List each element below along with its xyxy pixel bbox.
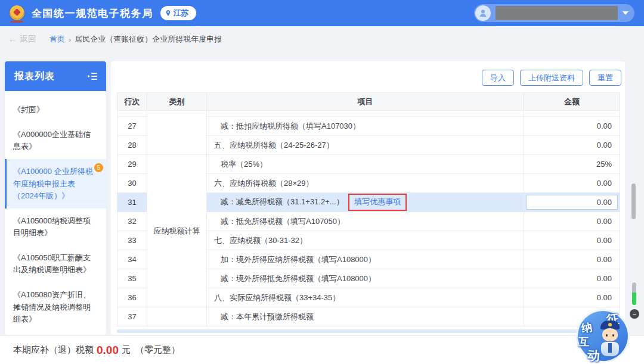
app-title: 全国统一规范电子税务局 [32, 7, 153, 20]
location-pin-icon [165, 10, 171, 16]
item-label: 加：境外所得应纳所得税额（填写A108000） [207, 250, 524, 269]
item-label: 减：减免所得税额（31.1+31.2+...） 填写优惠事项 [207, 193, 524, 212]
line-no: 31 [117, 193, 147, 212]
col-header-item: 项目 [207, 93, 524, 111]
amount-value: 25% [524, 155, 620, 174]
sidebar-item-a100000-active[interactable]: 《A100000 企业所得税年度纳税申报主表（2024年版）》 5 [5, 159, 106, 208]
sidebar-header: 报表列表 [5, 61, 106, 91]
amount-value: 0.00 [524, 250, 620, 269]
top-header: 全国统一规范电子税务局 江苏 [0, 0, 644, 26]
col-header-amount: 金额 [524, 93, 620, 111]
item-label: 七、应纳税额（30-31-32） [207, 231, 524, 250]
item-label: 税率（25%） [207, 155, 524, 174]
breadcrumb: ← 返回 首页 › 居民企业（查账征收）企业所得税年度申报 [8, 33, 222, 45]
col-header-category: 类别 [147, 93, 207, 111]
amount-value: 0.00 [524, 288, 620, 307]
mascot-char: 互 [578, 335, 589, 349]
sidebar-item-a105000[interactable]: 《A105000纳税调整项目明细表》 [5, 209, 106, 245]
user-account-menu[interactable] [474, 4, 634, 22]
sidebar-title: 报表列表 [14, 70, 55, 83]
line-no: 36 [117, 288, 147, 307]
amount-in-words: （零元整） [135, 344, 180, 356]
table-scroll-area: 行次 类别 项目 金额 27 减：抵扣应纳税所得额（填写A107030） 0.0… [117, 92, 620, 329]
amount-value: 0.00 [524, 269, 620, 288]
category-cell-empty [147, 307, 207, 326]
user-avatar-icon [475, 5, 491, 21]
category-cell: 应纳税额计算 [147, 155, 207, 307]
chevron-down-icon[interactable] [623, 11, 628, 15]
redacted-username [496, 6, 618, 20]
sidebar-item-label: 《封面》 [13, 105, 44, 114]
fill-preference-link[interactable]: 填写优惠事项 [354, 197, 401, 206]
line-no: 28 [117, 136, 147, 155]
item-label: 六、应纳所得税额（28×29） [207, 174, 524, 193]
amount-cell [524, 193, 620, 212]
minus-icon[interactable]: − [630, 309, 639, 319]
line-no: 34 [117, 250, 147, 269]
toolbar: 导入 上传附送资料 重置 [482, 70, 621, 86]
table-row: 37 减：本年累计预缴所得税额 [117, 307, 620, 326]
page: 全国统一规范电子税务局 江苏 ← 返回 首页 › 居民企业（查账征收）企业所得税… [0, 0, 644, 364]
sidebar-item-a105050[interactable]: 《A105050职工薪酬支出及纳税调整明细表》 [5, 245, 106, 282]
sidebar-item-cover[interactable]: 《封面》 [5, 97, 106, 122]
line-no: 29 [117, 155, 147, 174]
amount-value: 0.00 [524, 231, 620, 250]
sidebar-item-label: 《A105080资产折旧、摊销情况及纳税调整明细表》 [13, 290, 91, 323]
amount-value: 0.00 [524, 212, 620, 231]
payable-amount: 0.00 [97, 344, 119, 357]
sidebar-item-label: 《A105000纳税调整项目明细表》 [13, 216, 91, 237]
line-no: 35 [117, 269, 147, 288]
line-no: 32 [117, 212, 147, 231]
reset-button[interactable]: 重置 [589, 70, 621, 86]
amount-value: 0.00 [524, 117, 620, 136]
horizontal-scrollbar[interactable] [117, 329, 620, 333]
breadcrumb-current: 居民企业（查账征收）企业所得税年度申报 [75, 34, 222, 45]
amount-value: 0.00 [524, 136, 620, 155]
sidebar-item-a105080[interactable]: 《A105080资产折旧、摊销情况及纳税调整明细表》 [5, 282, 106, 331]
upload-attachments-button[interactable]: 上传附送资料 [520, 70, 583, 86]
line-no: 37 [117, 307, 147, 326]
collapse-panel-icon[interactable] [87, 72, 98, 80]
sidebar-item-label: 《A100000 企业所得税年度纳税申报主表（2024年版）》 [13, 167, 93, 200]
national-emblem-logo [10, 5, 26, 21]
breadcrumb-home-link[interactable]: 首页 [49, 34, 65, 45]
report-list-sidebar: 报表列表 《封面》 《A000000企业基础信息表》 《A100000 企业所得… [5, 61, 106, 335]
error-count-badge: 5 [94, 163, 103, 172]
mascot-char: 纳 [580, 320, 593, 336]
item-label: 减：抵免所得税额（填写A107050） [207, 212, 524, 231]
item-label: 减：境外所得抵免所得税额（填写A108000） [207, 269, 524, 288]
partially-scrolled-row [117, 111, 620, 117]
sidebar-item-label: 《A000000企业基础信息表》 [13, 130, 91, 151]
unit-label: 元 [122, 344, 131, 356]
item-label: 减：抵扣应纳税所得额（填写A107030） [207, 117, 524, 136]
breadcrumb-separator: › [69, 35, 71, 44]
location-badge-label: 江苏 [174, 8, 189, 18]
sidebar-list: 《封面》 《A000000企业基础信息表》 《A100000 企业所得税年度纳税… [5, 91, 106, 335]
mascot-widget[interactable]: 征 纳 互 动 [576, 309, 630, 363]
amount-input[interactable] [526, 195, 618, 210]
line-no: 30 [117, 174, 147, 193]
progress-meter [632, 282, 636, 305]
tax-return-table: 行次 类别 项目 金额 27 减：抵扣应纳税所得额（填写A107030） 0.0… [117, 92, 620, 326]
item-label: 八、实际应纳所得税额（33+34-35） [207, 288, 524, 307]
col-header-line: 行次 [117, 93, 147, 111]
item-label: 减：本年累计预缴所得税额 [207, 307, 524, 326]
line-no: 27 [117, 117, 147, 136]
import-button[interactable]: 导入 [482, 70, 514, 86]
location-badge[interactable]: 江苏 [160, 6, 196, 20]
tax-officer-illustration [598, 321, 622, 360]
sidebar-item-label: 《A105050职工薪酬支出及纳税调整明细表》 [13, 253, 91, 274]
back-label: 返回 [20, 34, 36, 45]
sidebar-item-a106000[interactable]: 《A106000企业所得税弥补亏损明细表》 [5, 332, 106, 335]
table-header-row: 行次 类别 项目 金额 [117, 93, 620, 111]
sidebar-item-a000000[interactable]: 《A000000企业基础信息表》 [5, 122, 106, 159]
item-text: 减：减免所得税额（31.1+31.2+...） [221, 197, 344, 206]
red-annotation-box: 填写优惠事项 [348, 194, 407, 211]
arrow-left-icon: ← [8, 35, 17, 44]
result-footer: 本期应补（退）税额 0.00 元 （零元整） [0, 335, 644, 364]
vertical-scrollbar-thumb[interactable] [631, 183, 636, 219]
table-row: 29 应纳税额计算 税率（25%） 25% [117, 155, 620, 174]
main-form-panel: 导入 上传附送资料 重置 行次 类别 项目 金额 [111, 61, 625, 335]
item-label: 五、应纳税所得额（24-25-26-27） [207, 136, 524, 155]
back-button[interactable]: ← 返回 [8, 34, 36, 45]
